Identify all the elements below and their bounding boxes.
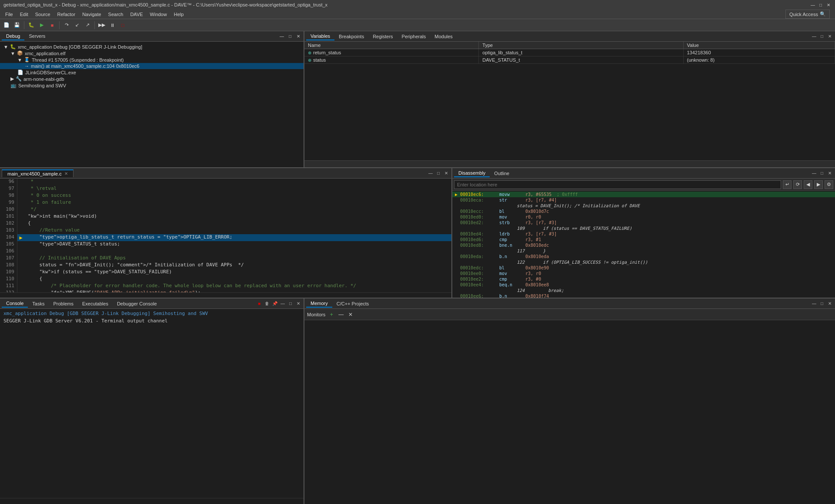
disasm-content[interactable]: ▶ 00010ec6: movw r3, #65535 ; 0xffff 000… [452, 191, 835, 298]
minimize-button[interactable]: — [810, 2, 816, 8]
disasm-line[interactable]: 00010eca: str r3, [r7, #4] [452, 197, 835, 203]
disasm-line[interactable]: 00010ed4: ldrb r3, [r7, #3] [452, 231, 835, 237]
code-scrollbar[interactable] [0, 292, 451, 298]
console-terminate-icon[interactable]: ■ [256, 300, 263, 307]
tab-modules[interactable]: Modules [430, 33, 457, 40]
disasm-line[interactable]: ▶ 00010ec6: movw r3, #65535 ; 0xffff [452, 192, 835, 197]
tab-cpp-projects[interactable]: C/C++ Projects [332, 300, 374, 307]
resume-btn[interactable]: ▶▶ [97, 20, 107, 30]
breakpoint-gutter[interactable] [17, 255, 24, 262]
stop-btn[interactable]: ■ [47, 20, 57, 30]
editor-maximize-icon[interactable]: □ [435, 170, 442, 177]
debug-maximize-icon[interactable]: □ [287, 33, 294, 40]
editor-minimize-icon[interactable]: — [427, 170, 434, 177]
disasm-line[interactable]: 124 break; [452, 288, 835, 293]
tab-peripherals[interactable]: Peripherals [397, 33, 431, 40]
step-return-btn[interactable]: ↗ [83, 20, 92, 30]
add-monitor-button[interactable]: + [328, 311, 335, 318]
disasm-refresh-btn[interactable]: ⟳ [793, 180, 802, 189]
console-pin-icon[interactable]: 📌 [271, 300, 278, 307]
menu-window[interactable]: Window [147, 11, 170, 18]
suspend-btn[interactable]: ⏸ [107, 20, 117, 30]
code-line[interactable]: 97 * \retval [0, 186, 451, 192]
menu-source[interactable]: Source [32, 11, 54, 18]
vars-close-icon[interactable]: ✕ [826, 33, 833, 40]
breakpoint-gutter[interactable] [17, 283, 24, 290]
breakpoint-gutter[interactable] [17, 248, 24, 255]
memory-maximize-icon[interactable]: □ [818, 300, 825, 307]
breakpoint-gutter[interactable] [17, 241, 24, 248]
disasm-minimize-icon[interactable]: — [811, 170, 818, 177]
disasm-line[interactable]: 122 if (OPTIGA_LIB_SUCCESS != optiga_ini… [452, 259, 835, 265]
disasm-line[interactable]: 00010ed0: mov r0, r0 [452, 214, 835, 220]
tab-debug[interactable]: Debug [2, 33, 24, 40]
vars-maximize-icon[interactable]: □ [818, 33, 825, 40]
breakpoint-gutter[interactable] [17, 276, 24, 283]
code-line[interactable]: 107 // Initialisation of DAVE Apps [0, 255, 451, 262]
terminate-btn[interactable]: □ [118, 20, 127, 30]
var-row[interactable]: ⊕return_status optiga_lib_status_t 13421… [304, 49, 835, 56]
memory-close-icon[interactable]: ✕ [826, 300, 833, 307]
menu-help[interactable]: Help [170, 11, 187, 18]
breakpoint-gutter[interactable] [17, 213, 24, 220]
tab-console[interactable]: Console [2, 300, 28, 308]
disasm-line[interactable]: 117 } [452, 248, 835, 254]
tab-memory[interactable]: Memory [306, 300, 332, 308]
code-content[interactable]: 96 *97 * \retval98 * 0 on success99 * 1 … [0, 179, 451, 292]
memory-minimize-icon[interactable]: — [811, 300, 818, 307]
breakpoint-gutter[interactable] [17, 192, 24, 199]
close-button[interactable]: ✕ [825, 2, 832, 8]
clear-monitor-button[interactable]: ✕ [347, 311, 354, 318]
run-btn[interactable]: ▶ [37, 20, 47, 30]
tab-breakpoints[interactable]: Breakpoints [334, 33, 368, 40]
breakpoint-gutter[interactable] [17, 220, 24, 227]
tab-disassembly[interactable]: Disassembly [454, 169, 490, 177]
code-line[interactable]: 106 [0, 248, 451, 255]
tab-outline[interactable]: Outline [490, 170, 514, 177]
disasm-line[interactable]: 00010ed6: cmp r3, #1 [452, 237, 835, 242]
menu-dave[interactable]: DAVE [127, 11, 146, 18]
breakpoint-gutter[interactable] [17, 227, 24, 234]
console-minimize-icon[interactable]: — [279, 300, 286, 307]
remove-monitor-button[interactable]: — [337, 311, 344, 318]
breakpoint-gutter[interactable] [17, 269, 24, 276]
breakpoint-gutter[interactable]: ▶ [17, 234, 24, 241]
disasm-go-btn[interactable]: ↵ [783, 180, 792, 189]
code-line[interactable]: 99 * 1 on failure [0, 199, 451, 206]
console-close-icon[interactable]: ✕ [295, 300, 302, 307]
code-line[interactable]: 100 */ [0, 206, 451, 213]
tab-executables[interactable]: Executables [78, 300, 113, 307]
console-scrollbar[interactable] [0, 498, 304, 504]
disasm-line[interactable]: 109 if (status == DAVE_STATUS_FAILURE) [452, 225, 835, 231]
debug-btn[interactable]: 🐛 [27, 20, 36, 30]
tab-problems[interactable]: Problems [49, 300, 77, 307]
menu-refactor[interactable]: Refactor [54, 11, 79, 18]
tree-item-app-debug[interactable]: ▼ 🐛 xmc_application Debug [GDB SEGGER J-… [0, 43, 304, 50]
disasm-line[interactable]: 00010ee4: beq.n 0x8010ee8 [452, 282, 835, 288]
disasm-line[interactable]: 00010eda: b.n 0x8010eda [452, 254, 835, 259]
disasm-maximize-icon[interactable]: □ [818, 170, 825, 177]
debug-minimize-icon[interactable]: — [278, 33, 285, 40]
tree-item-thread[interactable]: ▼ 🧵 Thread #1 57005 (Suspended : Breakpo… [0, 56, 304, 63]
save-btn[interactable]: 💾 [12, 20, 22, 30]
code-line[interactable]: 111 /* Placeholder for error handler cod… [0, 283, 451, 290]
tree-item-elf[interactable]: ▼ 📦 xmc_application.elf [0, 50, 304, 56]
disasm-settings-btn[interactable]: ⚙ [825, 180, 833, 189]
console-maximize-icon[interactable]: □ [287, 300, 294, 307]
disasm-line[interactable]: 00010ee6: b.n 0x8010f74 [452, 293, 835, 298]
code-line[interactable]: 101"kw">int main("kw">void) [0, 213, 451, 220]
disasm-line[interactable]: status = DAVE_Init(); /* Initialization … [452, 203, 835, 209]
tree-item-semihosting[interactable]: 📺 Semihosting and SWV [0, 82, 304, 89]
code-line[interactable]: 102{ [0, 220, 451, 227]
code-line[interactable]: 108 status = "fn">DAVE_Init(); "comment"… [0, 262, 451, 269]
breakpoint-gutter[interactable] [17, 179, 24, 186]
disasm-close-icon[interactable]: ✕ [826, 170, 833, 177]
tab-tasks[interactable]: Tasks [28, 300, 49, 307]
breakpoint-gutter[interactable] [17, 186, 24, 192]
step-into-btn[interactable]: ↙ [72, 20, 82, 30]
tab-debugger-console[interactable]: Debugger Console [113, 300, 161, 307]
tree-item-jlink[interactable]: 📄 JLinkGDBServerCL.exe [0, 69, 304, 76]
disasm-prev-btn[interactable]: ◀ [804, 180, 812, 189]
variables-scrollbar[interactable] [304, 160, 835, 167]
breakpoint-gutter[interactable] [17, 262, 24, 269]
